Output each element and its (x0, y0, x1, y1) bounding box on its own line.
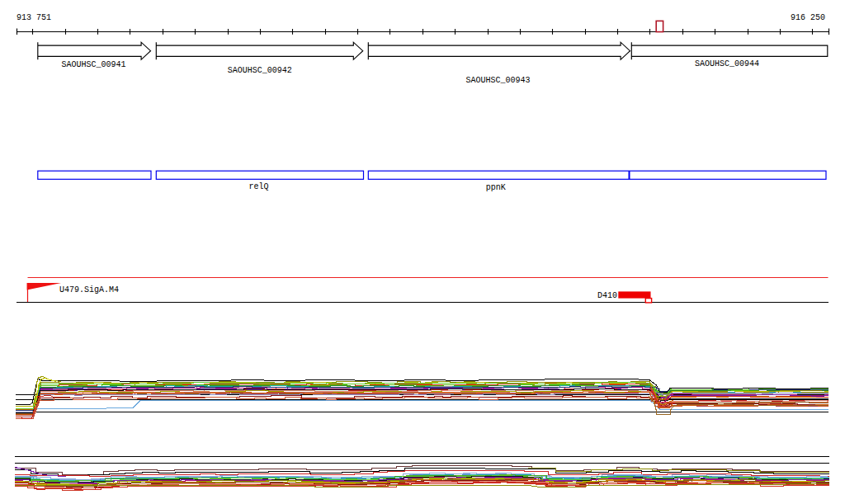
svg-text:SAOUHSC_00941: SAOUHSC_00941 (61, 60, 125, 69)
svg-text:913 751: 913 751 (17, 13, 51, 22)
svg-text:ppnK: ppnK (486, 183, 506, 192)
svg-text:D410: D410 (597, 291, 617, 300)
svg-text:916 250: 916 250 (791, 13, 825, 22)
svg-text:U479.SigA.M4: U479.SigA.M4 (59, 285, 119, 294)
svg-text:SAOUHSC_00944: SAOUHSC_00944 (695, 59, 759, 68)
svg-text:relQ: relQ (248, 182, 268, 191)
svg-text:SAOUHSC_00942: SAOUHSC_00942 (228, 66, 292, 75)
svg-text:SAOUHSC_00943: SAOUHSC_00943 (465, 76, 530, 85)
